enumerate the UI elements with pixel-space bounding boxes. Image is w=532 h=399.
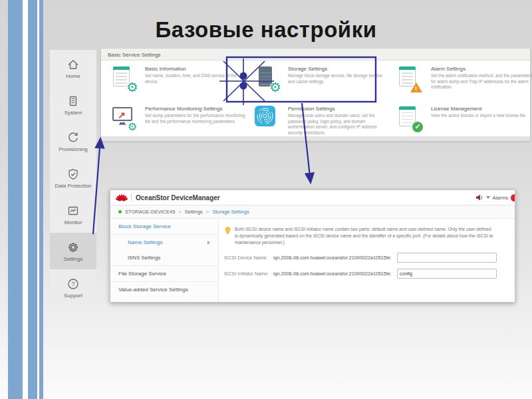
tile-title: License Management [431,106,532,112]
submenu-arrow-icon [207,241,210,245]
sidebar-item-label: Settings [64,256,83,262]
server-gear-icon [255,66,281,91]
name-settings-content: Both iSCSI device name and iSCSI initiat… [219,219,515,302]
app-title: OceanStor DeviceManager [131,194,220,201]
tile-description: Set the alarm notification method, and t… [431,73,532,90]
monitor-gear-icon [112,106,138,131]
tip-line: is dynamically generated based on the iS… [235,233,493,239]
sidebar-item-provisioning[interactable]: Provisioning [50,123,96,160]
iscsi-initiator-name-row: iSCSI Initiator Name: iqn.2006-08.com.hu… [224,269,515,279]
tile-title: Basic Information [145,66,247,72]
huawei-logo-icon [116,193,128,203]
sidebar-item-data-protection[interactable]: Data Protection [50,160,96,196]
tile-description: Manage block storage service, file stora… [288,73,390,84]
iscsi-initiator-name-input[interactable] [397,269,497,279]
shield-check-icon [66,168,80,181]
tile-license-management[interactable]: License Management View the active licen… [398,106,532,131]
tile-description: Manage local users and domain users, set… [288,113,390,136]
sidebar-item-monitor[interactable]: Monitor [50,196,96,233]
breadcrumb-separator: > [206,209,209,215]
tile-basic-information[interactable]: Basic Information Set name, location, ti… [112,66,253,91]
tile-description: Set name, location, time, and DNS servic… [145,73,247,84]
storage-settings-nav: Block Storage Service Name Settings iSNS… [110,219,219,302]
sidebar-item-settings[interactable]: Settings [50,233,96,269]
device-status-icon [118,210,122,213]
breadcrumb-storage-settings: Storage Settings [212,209,249,215]
document-warning-icon [398,66,424,91]
sidebar-item-label: Monitor [65,219,82,225]
chevron-down-icon[interactable] [486,196,490,199]
sidebar-item-home[interactable]: Home [50,50,96,86]
alarms-label: Alarms: [493,195,509,201]
nav-item-value-added-service-settings[interactable]: Value-added Service Settings [110,281,218,297]
tile-description: View the active license or import a new … [431,113,532,119]
iscsi-initiator-name-label: iSCSI Initiator Name: [224,271,273,277]
basic-service-settings-panel: Basic Service Settings Basic Information… [101,49,530,141]
panel-footer-strip [101,136,530,141]
monitor-chart-icon [66,204,80,217]
provisioning-icon [66,131,80,144]
left-stripe-decoration [8,0,43,399]
sidebar-item-label: Home [66,73,80,79]
sidebar-item-label: Data Protection [55,183,91,189]
question-icon: ? [66,277,80,291]
document-check-icon [398,106,424,131]
gear-icon [66,241,80,254]
tip-box: Both iSCSI device name and iSCSI initiat… [224,226,515,247]
breadcrumb-separator: > [178,209,181,215]
home-icon [66,58,80,71]
breadcrumb-device[interactable]: STORAGE-DEVICE45 [125,209,175,215]
iscsi-device-name-prefix: iqn.2006-08.com.huawei:oceanstor:2100002… [273,255,392,261]
slide-title: Базовые настройки [0,17,532,43]
tile-title: Storage Settings [288,66,390,72]
devicemanager-window: OceanStor DeviceManager Alarms: STORAGE-… [110,190,515,303]
nav-item-file-storage-service[interactable]: File Storage Service [110,265,218,281]
devicemanager-titlebar: OceanStor DeviceManager Alarms: [110,190,515,205]
breadcrumb-settings[interactable]: Settings [185,209,203,215]
svg-text:?: ? [71,280,74,287]
tip-line: maintenance personnel.) [235,239,493,246]
tile-title: Permission Settings [288,106,390,112]
nav-item-block-storage-service[interactable]: Block Storage Service [110,219,218,235]
document-gear-icon [112,66,138,91]
tile-description: Set dump parameters for the performance … [145,113,247,124]
sidebar-item-support[interactable]: ? Support [50,269,96,306]
nav-item-isns-settings[interactable]: iSNS Settings [110,250,218,265]
tile-title: Alarm Settings [431,66,532,72]
nav-item-name-settings[interactable]: Name Settings [110,235,218,250]
sidebar-item-label: System [65,110,82,116]
sidebar-item-label: Support [64,293,82,299]
tile-storage-settings[interactable]: Storage Settings Manage block storage se… [255,66,396,91]
system-icon [66,94,80,108]
iscsi-device-name-input[interactable] [397,253,497,263]
iscsi-initiator-name-prefix: iqn.2006-08.com.huawei:oceanstor:2100002… [273,271,392,277]
tile-permission-settings[interactable]: Permission Settings Manage local users a… [255,106,396,136]
tile-performance-monitoring-settings[interactable]: Performance Monitoring Settings Set dump… [112,106,253,131]
sidebar-item-system[interactable]: System [50,86,96,123]
tip-line: Both iSCSI device name and iSCSI initiat… [235,226,493,233]
lightbulb-icon [224,226,231,235]
breadcrumb: STORAGE-DEVICE45 > Settings > Storage Se… [110,205,515,219]
tile-alarm-settings[interactable]: Alarm Settings Set the alarm notificatio… [398,66,532,91]
iscsi-device-name-row: iSCSI Device Name: iqn.2006-08.com.huawe… [224,253,515,263]
speaker-icon[interactable] [475,194,483,201]
iscsi-device-name-label: iSCSI Device Name: [224,255,273,261]
panel-header: Basic Service Settings [101,49,530,61]
sidebar-item-label: Provisioning [59,146,88,152]
fingerprint-icon [255,106,281,131]
presentation-slide: Базовые настройки Home System Provisioni… [0,0,532,399]
app-sidebar: Home System Provisioning Data Protection [50,50,96,306]
alarm-count-badge[interactable] [511,194,515,201]
tile-title: Performance Monitoring Settings [145,106,247,112]
